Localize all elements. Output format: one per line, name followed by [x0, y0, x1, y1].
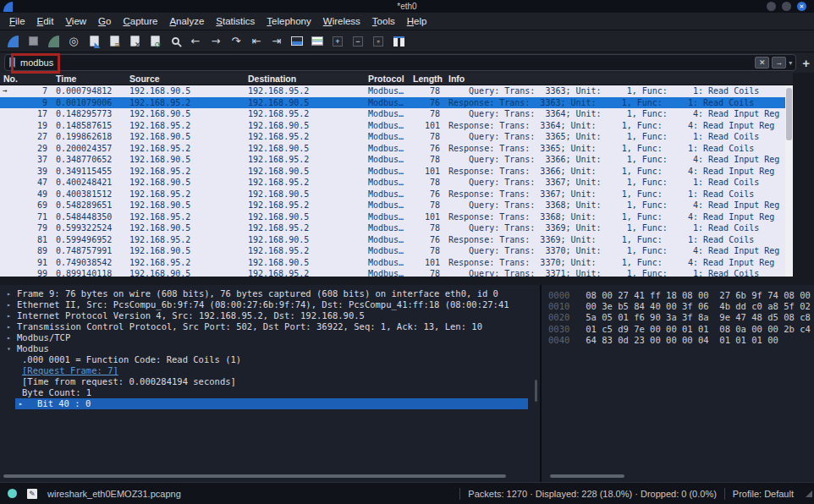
packet-row-99[interactable]: 990.899140118192.168.90.5192.168.95.2Mod… — [0, 268, 793, 277]
detail-line[interactable]: ▸Bit 40 : 0 — [15, 398, 528, 409]
column-header-protocol[interactable]: Protocol — [368, 73, 413, 85]
display-filter-input[interactable]: modbus ✕ → ▾ — [4, 54, 796, 71]
bookmark-icon[interactable] — [8, 58, 16, 68]
packet-row-69[interactable]: 690.548289651192.168.90.5192.168.95.2Mod… — [0, 200, 793, 211]
column-header-source[interactable]: Source — [129, 73, 248, 85]
packet-row-9[interactable]: 90.001079006192.168.95.2192.168.90.5Modb… — [0, 97, 793, 109]
hex-bytes: 00 3e b5 84 40 00 3f 06 4b dd c0 a8 5f 0… — [586, 301, 811, 311]
profile-label[interactable]: Profile: Default — [733, 489, 794, 499]
expander-icon[interactable]: ▸ — [7, 288, 11, 299]
menu-capture[interactable]: Capture — [118, 14, 164, 28]
hex-line[interactable]: 0020 5a 05 01 f6 90 3a 3f 8a 9e 47 48 d5… — [548, 312, 814, 323]
hex-line[interactable]: 0010 00 3e b5 84 40 00 3f 06 4b dd c0 a8… — [548, 301, 814, 312]
detail-line[interactable]: ▾Modbus — [0, 343, 540, 354]
detail-line[interactable]: ▸Transmission Control Protocol, Src Port… — [0, 321, 540, 332]
capture-options-button[interactable]: ◎ — [63, 31, 84, 51]
column-header-length[interactable]: Length — [413, 73, 442, 85]
zoom-out-button[interactable]: − — [348, 31, 368, 51]
filter-add-button[interactable]: + — [802, 56, 810, 70]
stop-capture-button[interactable] — [23, 31, 43, 51]
menu-edit[interactable]: Edit — [32, 14, 61, 28]
menu-file[interactable]: File — [4, 14, 32, 28]
expander-icon[interactable]: ▸ — [19, 398, 23, 409]
detail-line[interactable]: ▸Frame 9: 76 bytes on wire (608 bits), 7… — [0, 288, 540, 299]
packet-row-79[interactable]: 790.599322524192.168.90.5192.168.95.2Mod… — [0, 222, 793, 234]
expander-icon[interactable]: ▸ — [7, 321, 11, 332]
save-file-button[interactable]: ≡ — [104, 31, 124, 51]
packet-row-89[interactable]: 890.748757991192.168.90.5192.168.95.2Mod… — [0, 245, 793, 257]
detail-line[interactable]: [Time from request: 0.000284194 seconds] — [0, 376, 540, 387]
start-capture-button[interactable] — [3, 31, 23, 51]
last-packet-button[interactable]: ⇥ — [267, 31, 287, 51]
menu-tools[interactable]: Tools — [367, 14, 402, 28]
packet-row-19[interactable]: 190.148587615192.168.95.2192.168.90.5Mod… — [0, 120, 793, 132]
restart-capture-button[interactable] — [43, 31, 63, 51]
minimize-button[interactable] — [767, 2, 776, 11]
packet-cell-destination: 192.168.95.2 — [248, 177, 368, 189]
filter-apply-button[interactable]: → — [772, 57, 786, 68]
packet-row-37[interactable]: 370.348770652192.168.90.5192.168.95.2Mod… — [0, 154, 793, 166]
menu-wireless[interactable]: Wireless — [318, 14, 367, 28]
filter-value[interactable]: modbus — [20, 58, 752, 68]
menu-help[interactable]: Help — [402, 14, 434, 28]
expander-icon[interactable]: ▸ — [7, 299, 11, 310]
close-file-button[interactable]: ✕ — [124, 31, 145, 51]
detail-line[interactable]: ▸Ethernet II, Src: PcsCompu_6b:9f:74 (08… — [0, 299, 540, 310]
detail-line[interactable]: ▸Internet Protocol Version 4, Src: 192.1… — [0, 310, 540, 321]
packet-row-29[interactable]: 290.200024357192.168.95.2192.168.90.5Mod… — [0, 143, 793, 155]
details-hscrollbar[interactable] — [3, 474, 506, 478]
packet-row-39[interactable]: 390.349115455192.168.95.2192.168.90.5Mod… — [0, 166, 793, 178]
hex-line[interactable]: 0000 08 00 27 41 ff 18 08 00 27 6b 9f 74… — [548, 290, 814, 301]
column-header-info[interactable]: Info — [442, 73, 793, 85]
packet-row-91[interactable]: 910.749038542192.168.95.2192.168.90.5Mod… — [0, 257, 793, 269]
packet-row-27[interactable]: 270.199862618192.168.90.5192.168.95.2Mod… — [0, 131, 793, 143]
first-packet-button[interactable]: ⇤ — [246, 31, 267, 51]
auto-scroll-button[interactable] — [287, 31, 307, 51]
capture-comment-icon[interactable]: ✎ — [27, 489, 37, 499]
detail-line[interactable]: .000 0001 = Function Code: Read Coils (1… — [0, 354, 540, 365]
packet-row-17[interactable]: 170.148295773192.168.90.5192.168.95.2Mod… — [0, 108, 793, 120]
menu-statistics[interactable]: Statistics — [211, 14, 261, 28]
hex-line[interactable]: 0030 01 c5 d9 7e 00 00 01 01 08 0a 00 00… — [548, 324, 814, 335]
detail-line[interactable]: [Request Frame: 7] — [0, 365, 540, 376]
packet-row-7[interactable]: →70.000794812192.168.90.5192.168.95.2Mod… — [0, 85, 793, 97]
resize-columns-button[interactable] — [388, 31, 409, 51]
packet-row-81[interactable]: 810.599496952192.168.95.2192.168.90.5Mod… — [0, 234, 793, 246]
filter-dropdown-icon[interactable]: ▾ — [789, 59, 792, 67]
find-packet-button[interactable] — [165, 31, 185, 51]
scrollbar-handle[interactable] — [786, 88, 792, 140]
go-to-packet-button[interactable]: ↷ — [226, 31, 246, 51]
menu-analyze[interactable]: Analyze — [164, 14, 211, 28]
expander-icon[interactable]: ▾ — [7, 343, 11, 354]
maximize-button[interactable] — [782, 2, 791, 11]
open-file-button[interactable]: ◣ — [84, 31, 104, 51]
menu-go[interactable]: Go — [93, 14, 118, 28]
packet-list-scrollbar[interactable] — [785, 85, 793, 277]
column-header-destination[interactable]: Destination — [248, 73, 368, 85]
go-forward-button[interactable]: → — [206, 31, 226, 51]
close-button[interactable]: ✕ — [797, 2, 806, 11]
coloring-rules-button[interactable] — [307, 31, 327, 51]
filter-clear-button[interactable]: ✕ — [755, 57, 769, 68]
packet-row-71[interactable]: 710.548448350192.168.95.2192.168.90.5Mod… — [0, 211, 793, 223]
hex-offset: 0000 — [548, 290, 569, 300]
zoom-reset-button[interactable]: ▫ — [368, 31, 388, 51]
resize-grip-icon[interactable] — [806, 490, 812, 497]
details-scrollbar[interactable] — [535, 380, 537, 402]
column-header-time[interactable]: Time — [52, 73, 129, 85]
hex-line[interactable]: 0040 64 83 0d 23 00 00 00 04 01 01 01 00 — [548, 335, 814, 346]
packet-row-47[interactable]: 470.400248421192.168.90.5192.168.95.2Mod… — [0, 177, 793, 189]
menu-telephony[interactable]: Telephony — [261, 14, 317, 28]
expander-icon[interactable]: ▸ — [7, 332, 11, 343]
bytes-hscrollbar[interactable] — [550, 474, 624, 478]
go-back-button[interactable]: ← — [185, 31, 206, 51]
detail-line[interactable]: ▸Modbus/TCP — [0, 332, 540, 343]
expert-info-icon[interactable] — [8, 489, 17, 498]
zoom-in-button[interactable]: + — [327, 31, 348, 51]
menu-view[interactable]: View — [60, 14, 93, 28]
packet-row-49[interactable]: 490.400381512192.168.95.2192.168.90.5Mod… — [0, 189, 793, 200]
detail-line[interactable]: Byte Count: 1 — [0, 387, 540, 398]
expander-icon[interactable]: ▸ — [7, 310, 11, 321]
column-header-no[interactable]: No. — [0, 73, 52, 85]
reload-file-button[interactable]: ⟳ — [145, 31, 165, 51]
